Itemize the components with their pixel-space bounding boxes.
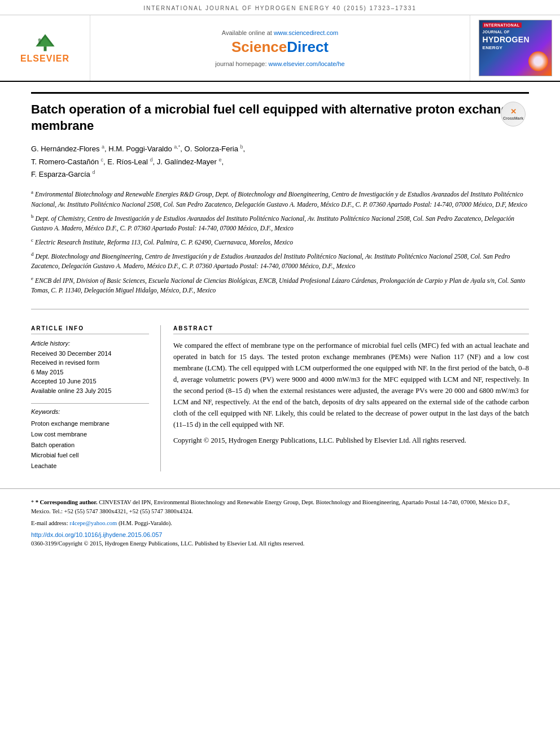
abstract-heading: Abstract (173, 325, 529, 334)
received-revised-label: Received in revised form (31, 358, 149, 368)
affiliation-a: a Environmental Biotechnology and Renewa… (31, 189, 529, 209)
corresponding-author-note: * * Corresponding author. CINVESTAV del … (31, 498, 529, 516)
journal-homepage-area: journal homepage: www.elsevier.com/locat… (215, 60, 344, 67)
keyword-2: Low cost membrane (31, 429, 149, 440)
affiliations-section: a Environmental Biotechnology and Renewa… (31, 189, 529, 309)
affiliation-b: b Dept. of Chemistry, Centro de Investig… (31, 213, 529, 233)
revised-date: 6 May 2015 (31, 368, 149, 377)
available-online-date: Available online 23 July 2015 (31, 386, 149, 396)
email-link[interactable]: r4cepe@yahoo.com (69, 520, 117, 526)
issn-copyright: 0360-3199/Copyright © 2015, Hydrogen Ene… (31, 540, 529, 547)
journal-header-bar: International Journal of Hydrogen Energy… (0, 0, 560, 15)
doi-link[interactable]: http://dx.doi.org/10.1016/j.ijhydene.201… (31, 531, 529, 538)
abstract-paragraph: We compared the effect of membrane type … (173, 340, 529, 430)
accepted-date: Accepted 10 June 2015 (31, 377, 149, 386)
crossmark-badge: ✕ CrossMark (501, 102, 529, 130)
email-name: (H.M. Poggi-Varaldo). (119, 520, 172, 526)
article-info-column: Article Info Article history: Received 3… (31, 325, 161, 471)
keyword-3: Batch operation (31, 440, 149, 451)
article-info-heading: Article Info (31, 325, 149, 334)
article-title-area: Batch operation of a microbial fuel cell… (31, 92, 529, 134)
history-label: Article history: (31, 340, 149, 347)
page-header: ELSEVIER Available online at www.science… (0, 15, 560, 82)
keywords-label: Keywords: (31, 408, 149, 415)
journal-url[interactable]: www.elsevier.com/locate/he (269, 60, 345, 67)
affiliation-e: e ENCB del IPN, Division of Basic Scienc… (31, 275, 529, 295)
article-content: Batch operation of a microbial fuel cell… (0, 82, 560, 471)
elsevier-logo-area: ELSEVIER (0, 15, 90, 81)
elsevier-tree-icon (31, 33, 59, 53)
article-footer: * * Corresponding author. CINVESTAV del … (0, 488, 560, 552)
journal-cover-image: INTERNATIONAL JOURNAL OF HYDROGEN ENERGY (479, 20, 552, 76)
sciencedirect-url[interactable]: www.sciencedirect.com (274, 29, 338, 36)
article-history-section: Article history: Received 30 December 20… (31, 340, 149, 396)
svg-rect-4 (38, 41, 40, 44)
available-online-label: Available online at www.sciencedirect.co… (222, 29, 338, 36)
two-column-section: Article Info Article history: Received 3… (31, 320, 529, 471)
keyword-4: Microbial fuel cell (31, 450, 149, 461)
email-note: E-mail address: r4cepe@yahoo.com (H.M. P… (31, 519, 529, 528)
abstract-column: Abstract We compared the effect of membr… (161, 325, 529, 471)
elsevier-wordmark: ELSEVIER (20, 54, 69, 64)
authors-section: G. Hernández-Flores a, H.M. Poggi-Varald… (31, 143, 529, 181)
journal-title: International Journal of Hydrogen Energy… (143, 5, 417, 11)
footnote-text: CINVESTAV del IPN, Environmental Biotech… (31, 499, 510, 514)
footnote-star-label: * Corresponding author. (36, 499, 98, 505)
email-label: E-mail address: (31, 520, 68, 526)
svg-rect-0 (43, 46, 46, 51)
elsevier-logo: ELSEVIER (14, 33, 76, 64)
keywords-section: Keywords: Proton exchange membrane Low c… (31, 403, 149, 471)
sciencedirect-logo: ScienceDirect (231, 38, 329, 56)
affiliation-d: d Dept. Biotechnology and Bioengineering… (31, 251, 529, 271)
journal-cover-area: INTERNATIONAL JOURNAL OF HYDROGEN ENERGY (470, 15, 560, 81)
article-title-text: Batch operation of a microbial fuel cell… (31, 102, 515, 133)
abstract-body: We compared the effect of membrane type … (173, 340, 529, 446)
abstract-copyright: Copyright © 2015, Hydrogen Energy Public… (173, 435, 529, 446)
keyword-5: Leachate (31, 461, 149, 471)
sciencedirect-area: Available online at www.sciencedirect.co… (90, 15, 470, 81)
affiliation-c: c Electric Research Institute, Reforma 1… (31, 237, 529, 247)
received-date: Received 30 December 2014 (31, 349, 149, 359)
svg-point-3 (38, 38, 41, 41)
keyword-1: Proton exchange membrane (31, 418, 149, 429)
